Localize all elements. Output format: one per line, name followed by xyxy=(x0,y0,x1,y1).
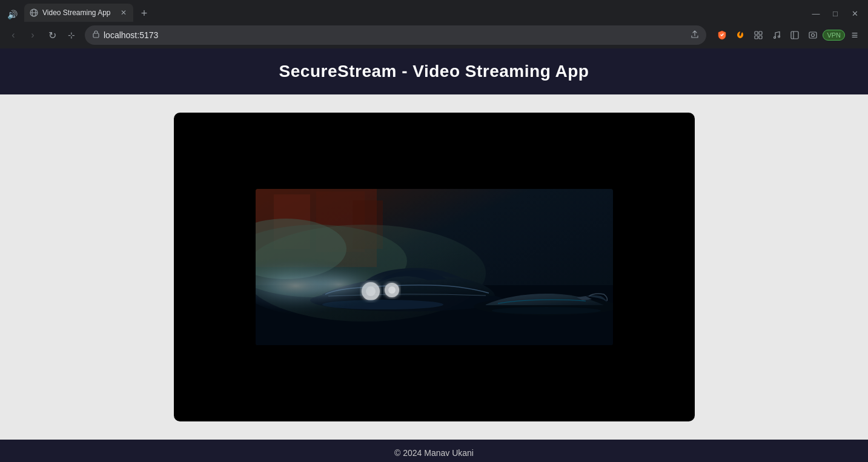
secure-icon xyxy=(92,30,100,40)
menu-button[interactable]: ≡ xyxy=(846,27,863,44)
page-header: SecureStream - Video Streaming App xyxy=(0,48,868,94)
screenshot-icon[interactable] xyxy=(804,27,821,44)
tab-favicon xyxy=(29,8,39,18)
extensions-icon[interactable] xyxy=(750,27,767,44)
browser-chrome: 🔊 Video Streaming App ✕ + — □ ✕ ‹ xyxy=(0,0,868,48)
svg-point-8 xyxy=(774,37,776,39)
svg-rect-6 xyxy=(755,36,758,39)
vpn-badge[interactable]: VPN xyxy=(823,30,845,41)
back-button[interactable]: ‹ xyxy=(5,27,22,44)
svg-point-9 xyxy=(778,36,780,38)
bookmark-button[interactable]: ⊹ xyxy=(63,27,80,44)
svg-rect-4 xyxy=(755,31,758,35)
address-bar-container xyxy=(85,25,706,45)
svg-rect-12 xyxy=(809,32,817,38)
minimize-button[interactable]: — xyxy=(807,5,824,22)
svg-rect-33 xyxy=(256,189,613,345)
close-button[interactable]: ✕ xyxy=(846,5,863,22)
refresh-button[interactable]: ↻ xyxy=(44,27,61,44)
sidebar-icon[interactable] xyxy=(786,27,803,44)
address-input[interactable] xyxy=(104,30,687,40)
share-icon[interactable] xyxy=(691,30,699,41)
active-tab[interactable]: Video Streaming App ✕ xyxy=(24,4,133,22)
tab-bar: 🔊 Video Streaming App ✕ + — □ ✕ xyxy=(0,0,868,22)
page-content: SecureStream - Video Streaming App xyxy=(0,48,868,462)
footer-text: © 2024 Manav Ukani xyxy=(0,448,868,458)
new-tab-button[interactable]: + xyxy=(136,5,153,22)
fire-icon[interactable] xyxy=(732,27,749,44)
toolbar-icons: VPN ≡ xyxy=(714,27,863,44)
video-scene xyxy=(256,189,613,345)
svg-point-13 xyxy=(812,34,815,37)
forward-button[interactable]: › xyxy=(24,27,41,44)
tab-close-button[interactable]: ✕ xyxy=(119,8,128,18)
window-controls: — □ ✕ xyxy=(807,5,863,22)
svg-rect-10 xyxy=(791,31,798,39)
maximize-button[interactable]: □ xyxy=(827,5,844,22)
music-icon[interactable] xyxy=(768,27,785,44)
svg-rect-7 xyxy=(759,36,762,39)
video-player[interactable] xyxy=(256,189,613,345)
tab-audio-icon[interactable]: 🔊 xyxy=(5,7,19,22)
page-footer: © 2024 Manav Ukani xyxy=(0,440,868,462)
svg-rect-5 xyxy=(759,31,762,35)
video-container xyxy=(174,113,695,421)
page-title: SecureStream - Video Streaming App xyxy=(0,62,868,81)
tab-title: Video Streaming App xyxy=(42,8,115,17)
navigation-bar: ‹ › ↻ ⊹ xyxy=(0,22,868,48)
brave-shield-icon[interactable] xyxy=(714,27,731,44)
svg-rect-3 xyxy=(93,33,99,38)
